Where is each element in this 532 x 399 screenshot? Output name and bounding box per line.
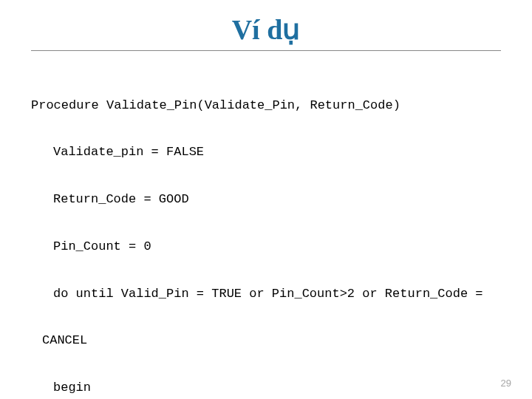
code-line: begin bbox=[53, 380, 501, 395]
code-line: Pin_Count = 0 bbox=[53, 239, 501, 254]
slide: Ví dụ Procedure Validate_Pin(Validate_Pi… bbox=[0, 0, 532, 399]
page-number: 29 bbox=[501, 378, 511, 389]
code-line: Validate_pin = FALSE bbox=[53, 144, 501, 160]
code-block: Procedure Validate_Pin(Validate_Pin, Ret… bbox=[31, 66, 501, 399]
code-line: do until Valid_Pin = TRUE or Pin_Count>2… bbox=[53, 286, 501, 301]
code-line: Procedure Validate_Pin(Validate_Pin, Ret… bbox=[31, 98, 501, 113]
horizontal-rule bbox=[31, 50, 501, 51]
code-line: Return_Code = GOOD bbox=[53, 191, 501, 207]
title-container: Ví dụ bbox=[31, 13, 501, 46]
code-line: CANCEL bbox=[42, 332, 501, 348]
slide-title: Ví dụ bbox=[232, 13, 301, 46]
